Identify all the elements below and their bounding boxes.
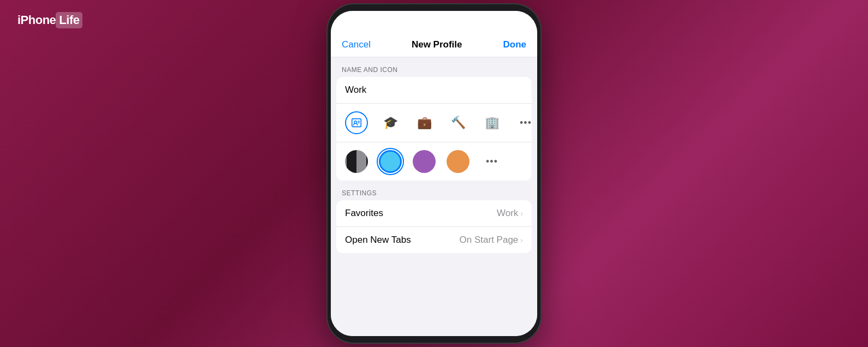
more-colors-label: •••	[486, 156, 498, 167]
color-more-button[interactable]: •••	[480, 150, 503, 173]
color-blue-button[interactable]	[379, 150, 402, 173]
svg-point-1	[354, 121, 357, 124]
brand-logo: iPhone Life	[17, 12, 82, 28]
icon-picker-row: 🎓 💼 🔨 🏢 •••	[336, 104, 532, 142]
icon-building-button[interactable]: 🏢	[480, 111, 503, 134]
open-new-tabs-value: On Start Page	[460, 235, 519, 246]
icon-contact-button[interactable]	[345, 111, 368, 134]
settings-label: SETTINGS	[331, 181, 537, 200]
nav-title: New Profile	[412, 39, 462, 50]
phone-frame: Cancel New Profile Done NAME AND ICON	[328, 4, 540, 343]
more-icons-label: •••	[520, 117, 532, 129]
phone-screen: Cancel New Profile Done NAME AND ICON	[331, 11, 537, 336]
logo-life-text: Life	[56, 12, 82, 28]
profile-name-input[interactable]	[336, 77, 532, 104]
favorites-chevron-icon: ›	[520, 209, 523, 218]
open-new-tabs-value-group: On Start Page ›	[460, 235, 523, 246]
nav-bar: Cancel New Profile Done	[331, 35, 537, 57]
open-new-tabs-chevron-icon: ›	[520, 236, 523, 244]
name-and-icon-label: NAME AND ICON	[331, 57, 537, 77]
favorites-row[interactable]: Favorites Work ›	[336, 200, 532, 226]
icon-hammer-button[interactable]: 🔨	[447, 111, 469, 134]
favorites-value-group: Work ›	[497, 208, 523, 219]
icon-more-button[interactable]: •••	[514, 111, 532, 134]
icon-graduation-button[interactable]: 🎓	[379, 111, 402, 134]
hammer-icon: 🔨	[451, 116, 466, 130]
icon-briefcase-button[interactable]: 💼	[413, 111, 436, 134]
color-orange-button[interactable]	[447, 150, 469, 173]
graduation-cap-icon: 🎓	[383, 116, 398, 130]
open-new-tabs-label: Open New Tabs	[345, 235, 411, 246]
logo-iphone-text: iPhone	[17, 13, 56, 27]
color-dark-button[interactable]	[345, 150, 368, 173]
favorites-value: Work	[497, 208, 518, 219]
briefcase-icon: 💼	[417, 116, 432, 130]
color-picker-row: •••	[336, 142, 532, 181]
content-area: NAME AND ICON	[331, 57, 537, 336]
cancel-button[interactable]: Cancel	[342, 39, 371, 50]
name-and-icon-card: 🎓 💼 🔨 🏢 •••	[336, 77, 532, 181]
status-bar	[331, 11, 537, 35]
favorites-label: Favorites	[345, 208, 383, 219]
contact-card-icon	[350, 117, 362, 129]
color-purple-button[interactable]	[413, 150, 436, 173]
building-icon: 🏢	[485, 116, 500, 130]
settings-card: Favorites Work › Open New Tabs On Start …	[336, 200, 532, 253]
open-new-tabs-row[interactable]: Open New Tabs On Start Page ›	[336, 226, 532, 253]
done-button[interactable]: Done	[503, 39, 526, 50]
